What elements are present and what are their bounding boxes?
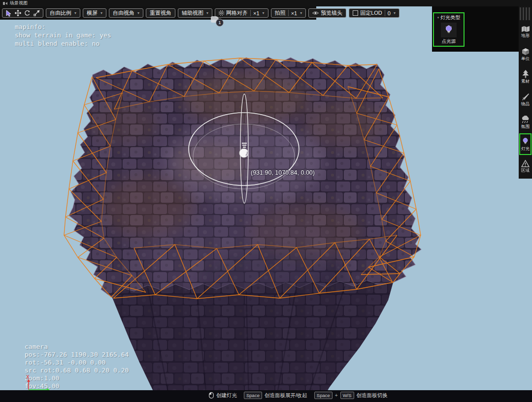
free-ratio-label: 自由比例 (50, 9, 71, 17)
ws-key: W/S (340, 392, 354, 399)
reset-view-label: 重置视角 (150, 9, 171, 17)
sidebar-item-label: 素材 (521, 79, 530, 84)
sidebar-item-terrain[interactable]: 地形 (519, 20, 532, 43)
cube-icon (522, 48, 530, 56)
sidebar-item-label: 地形 (521, 33, 530, 38)
scale-tool-icon[interactable] (33, 10, 40, 16)
rotate-tool-icon[interactable] (24, 10, 31, 16)
sword-icon (522, 93, 530, 101)
warning-triangle-icon (521, 160, 530, 167)
chevron-down-icon: ▾ (137, 11, 139, 15)
reset-view-button[interactable]: 重置视角 (146, 8, 175, 18)
sidebar-item-label: 灯光 (521, 147, 530, 151)
tool-cursor: 1 (211, 16, 228, 27)
free-view-label: 自由视角 (113, 9, 134, 17)
landscape-label: 横屏 (87, 9, 98, 17)
chevron-down-icon: ▾ (206, 11, 208, 15)
map-icon (521, 26, 530, 32)
sidebar-item-label: 物品 (521, 102, 530, 106)
preview-camera-button[interactable]: 预览镜头 (308, 8, 346, 18)
grid-align-multiplier[interactable]: ×1 (253, 10, 260, 16)
mapinfo-line: multi blend enable: no (15, 39, 111, 48)
light-type-panel: ▾ 灯光类型 点光源 (432, 6, 519, 52)
eye-icon (312, 11, 319, 15)
hint-text: 创建灯光 (216, 392, 237, 399)
chevron-down-icon: ▾ (300, 11, 302, 15)
sidebar-item-label: 区域 (521, 168, 530, 173)
step-badge: 1 (216, 19, 224, 27)
snapshot-group[interactable]: 拍照 ×1 ▾ (271, 8, 306, 18)
select-tool-icon[interactable] (5, 10, 12, 17)
stripes-icon (520, 7, 531, 20)
fixed-lod-label: 固定LOD (360, 9, 382, 17)
chevron-down-icon: ▾ (100, 11, 102, 15)
hint-text: 创造面板切换 (357, 392, 388, 399)
snapshot-label: 拍照 (275, 9, 286, 17)
mapinfo-overlay: mapinfo: show terrain in game: yes multi… (15, 23, 111, 48)
light-bulb-icon (522, 137, 529, 146)
toolbar: 自由比例 ▾ 横屏 ▾ 自由视角 ▾ 重置视角 辅助视图 ▾ 网格对齐 (0, 6, 316, 20)
sidebar-item-unit[interactable]: 单位 (519, 43, 532, 65)
free-ratio-dropdown[interactable]: 自由比例 ▾ (46, 8, 80, 18)
mapinfo-line: mapinfo: (15, 23, 111, 31)
aux-view-label: 辅助视图 (182, 9, 203, 17)
sidebar-item-region[interactable]: 区域 (519, 155, 532, 178)
snapshot-multiplier[interactable]: ×1 (291, 10, 298, 16)
point-light-tile[interactable] (441, 23, 457, 37)
sidebar-item-label: 单位 (521, 57, 530, 61)
point-light-label: 点光源 (442, 38, 456, 45)
camera-info-line: pos:-767.26 1190.30 2165.64 (25, 351, 129, 359)
fixed-lod-level[interactable]: 0 (388, 10, 391, 16)
chevron-down-icon: ▾ (394, 11, 396, 15)
grid-align-label: 网格对齐 (226, 9, 248, 17)
sidebar-item-item[interactable]: 物品 (519, 88, 532, 111)
landscape-dropdown[interactable]: 横屏 ▾ (83, 8, 106, 18)
point-light-bulb-icon (445, 25, 453, 35)
hint-panel-toggle: Space 创造面板展开/收起 (244, 392, 307, 399)
axis-x-label: X (26, 374, 30, 380)
aux-view-dropdown[interactable]: 辅助视图 ▾ (178, 8, 212, 18)
sidebar-item-asset[interactable]: 素材 (519, 65, 532, 88)
sidebar-item-label: 氛围 (521, 124, 530, 129)
divider (385, 10, 385, 16)
rain-cloud-icon (521, 116, 530, 124)
tree-icon (522, 70, 530, 78)
scene-view-icon (3, 1, 8, 5)
mouse-icon (209, 392, 214, 399)
move-tool-icon[interactable] (15, 10, 21, 16)
camera-info-line: camera (25, 343, 129, 351)
fixed-lod-checkbox[interactable] (353, 10, 358, 16)
divider (288, 10, 289, 16)
gizmo-coordinates: (931.90, 1070.84, 0.00) (251, 169, 315, 176)
sidebar-item-ambience[interactable]: 氛围 (519, 111, 532, 133)
chevron-down-icon: ▾ (263, 11, 265, 15)
space-key: Space (244, 392, 262, 399)
transform-tool-group (2, 8, 43, 18)
light-panel-title: 灯光类型 (440, 14, 460, 21)
statusbar: 创建灯光 Space 创造面板展开/收起 Space + W/S 创造面板切换 (0, 390, 532, 402)
terrain-top-face[interactable] (69, 57, 421, 305)
preview-camera-label: 预览镜头 (321, 9, 342, 17)
camera-info-line: src rot:0.68 0.68 0.20 0.20 (25, 367, 129, 374)
scene-view-window: (931.90, 1070.84, 0.00) 场景视图 (0, 0, 532, 402)
viewport-3d[interactable]: (931.90, 1070.84, 0.00) (0, 0, 532, 402)
free-view-dropdown[interactable]: 自由视角 ▾ (109, 8, 143, 18)
sidebar-item-light[interactable]: 灯光 (519, 133, 532, 155)
category-sidebar: 地形 单位 素材 物品 (519, 6, 532, 179)
hint-create-light: 创建灯光 (209, 392, 237, 399)
divider (250, 10, 251, 16)
window-title: 场景视图 (10, 1, 28, 5)
light-type-selection[interactable]: ▾ 灯光类型 点光源 (433, 12, 465, 47)
hint-panel-switch: Space + W/S 创造面板切换 (314, 392, 388, 399)
collapse-arrow-icon[interactable]: ▾ (437, 16, 439, 20)
space-key: Space (314, 392, 332, 399)
fixed-lod-group[interactable]: 固定LOD 0 ▾ (349, 8, 399, 18)
step-badge-number: 1 (218, 20, 221, 25)
chevron-down-icon: ▾ (74, 11, 76, 15)
titlebar: 场景视图 (0, 0, 532, 6)
mapinfo-line: show terrain in game: yes (15, 31, 111, 39)
plus-sign: + (335, 393, 338, 398)
camera-info-line: rot:-56.31 -0.00 0.00 (25, 359, 129, 367)
hint-text: 创造面板展开/收起 (265, 392, 307, 399)
grid-icon (219, 10, 224, 16)
